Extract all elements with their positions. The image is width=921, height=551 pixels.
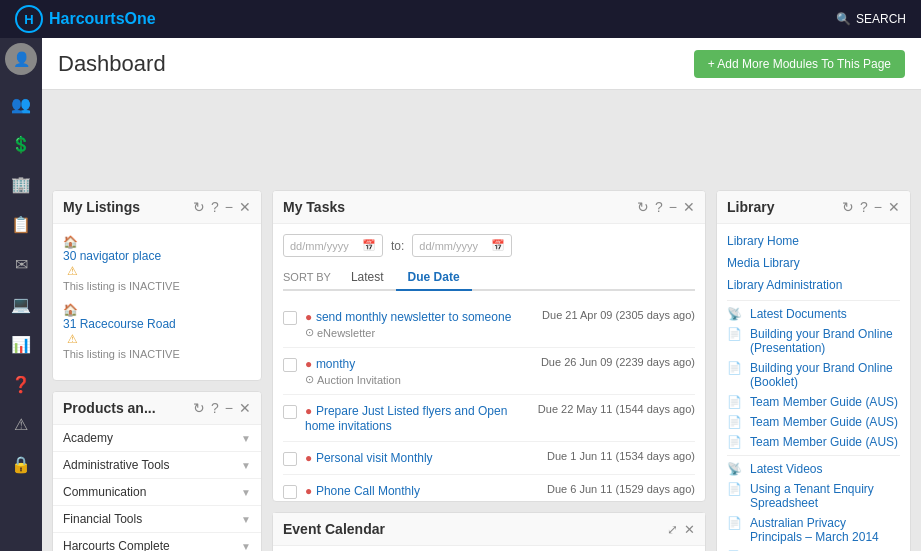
chevron-down-icon: ▼ — [241, 514, 251, 525]
library-home-link[interactable]: Library Home — [727, 234, 900, 248]
my-tasks-body: dd/mm/yyyy 📅 to: dd/mm/yyyy 📅 SORT BY La… — [273, 224, 705, 501]
add-modules-button[interactable]: + Add More Modules To This Page — [694, 50, 905, 78]
event-calendar-controls: ⤢ ✕ — [667, 522, 695, 537]
minimize-icon[interactable]: − — [669, 199, 677, 215]
close-icon[interactable]: ✕ — [683, 199, 695, 215]
chevron-down-icon: ▼ — [241, 541, 251, 552]
list-item[interactable]: 📄 Australian Privacy Principals – March … — [727, 516, 900, 544]
list-item[interactable]: 📄 Team Member Guide (AUS) — [727, 395, 900, 409]
task-content-4: ● Personal visit Monthly — [305, 450, 539, 465]
minimize-icon[interactable]: − — [225, 400, 233, 416]
search-button[interactable]: 🔍 SEARCH — [836, 12, 906, 26]
task-checkbox-5[interactable] — [283, 485, 297, 499]
task-content-2: ● monthy ⊙ Auction Invitation — [305, 356, 533, 386]
list-item[interactable]: 📄 Team Member Guide (AUS) — [727, 435, 900, 449]
list-item[interactable]: 📄 Building your Brand Online (Booklet) — [727, 361, 900, 389]
task-due-4: Due 1 Jun 11 (1534 days ago) — [547, 450, 695, 462]
task-sub-1: ⊙ eNewsletter — [305, 326, 534, 339]
my-listings-body: 🏠 30 navigator place ⚠ This listing is I… — [53, 224, 261, 380]
my-listings-controls: ↻ ? − ✕ — [193, 199, 251, 215]
minimize-icon[interactable]: − — [225, 199, 233, 215]
help-icon[interactable]: ? — [211, 199, 219, 215]
sidebar-icon-list[interactable]: 📋 — [3, 206, 39, 242]
sidebar-icon-monitor[interactable]: 💻 — [3, 286, 39, 322]
list-item[interactable]: 📡 Latest Videos — [727, 462, 900, 476]
list-item[interactable]: Financial Tools ▼ — [53, 506, 261, 533]
task-checkbox-4[interactable] — [283, 452, 297, 466]
help-icon[interactable]: ? — [860, 199, 868, 215]
sort-by-label: SORT BY — [283, 271, 331, 283]
my-listings-header: My Listings ↻ ? − ✕ — [53, 191, 261, 224]
sidebar-icon-building[interactable]: 🏢 — [3, 166, 39, 202]
task-due-5: Due 6 Jun 11 (1529 days ago) — [547, 483, 695, 495]
library-panel: Library ↻ ? − ✕ Library Home Media Libra… — [716, 190, 911, 551]
help-icon[interactable]: ? — [211, 400, 219, 416]
refresh-icon[interactable]: ↻ — [842, 199, 854, 215]
task-checkbox-2[interactable] — [283, 358, 297, 372]
list-item[interactable]: Harcourts Complete ▼ — [53, 533, 261, 551]
listing-link-2[interactable]: 31 Racecourse Road — [63, 317, 251, 331]
document-icon: 📄 — [727, 482, 742, 496]
sidebar-icon-mail[interactable]: ✉ — [3, 246, 39, 282]
task-due-2: Due 26 Jun 09 (2239 days ago) — [541, 356, 695, 368]
library-admin-link[interactable]: Library Administration — [727, 278, 900, 292]
products-controls: ↻ ? − ✕ — [193, 400, 251, 416]
listing-inactive-2: This listing is INACTIVE — [63, 348, 251, 360]
close-icon[interactable]: ✕ — [239, 400, 251, 416]
refresh-icon[interactable]: ↻ — [637, 199, 649, 215]
task-title-2[interactable]: monthy — [316, 357, 355, 371]
list-item[interactable]: 📄 Building your Brand Online (Presentati… — [727, 327, 900, 355]
list-item[interactable]: Communication ▼ — [53, 479, 261, 506]
my-tasks-panel: My Tasks ↻ ? − ✕ dd/mm/yyyy 📅 to: — [272, 190, 706, 502]
listing-link-1[interactable]: 30 navigator place — [63, 249, 251, 263]
list-item[interactable]: Administrative Tools ▼ — [53, 452, 261, 479]
sidebar-icon-alert[interactable]: ⚠ — [3, 406, 39, 442]
sort-tabs: SORT BY Latest Due Date — [283, 265, 695, 291]
event-calendar-title: Event Calendar — [283, 521, 385, 537]
search-icon: 🔍 — [836, 12, 851, 26]
refresh-icon[interactable]: ↻ — [193, 199, 205, 215]
products-header: Products an... ↻ ? − ✕ — [53, 392, 261, 425]
sidebar-icon-dollar[interactable]: 💲 — [3, 126, 39, 162]
list-item[interactable]: 📄 Team Member Guide (AUS) — [727, 415, 900, 429]
document-icon: 📄 — [727, 516, 742, 530]
help-icon[interactable]: ? — [655, 199, 663, 215]
close-icon[interactable]: ✕ — [888, 199, 900, 215]
task-sub-2: ⊙ Auction Invitation — [305, 373, 533, 386]
task-due-1: Due 21 Apr 09 (2305 days ago) — [542, 309, 695, 321]
expand-icon[interactable]: ⤢ — [667, 522, 678, 537]
task-title-5[interactable]: Phone Call Monthly — [316, 484, 420, 498]
table-row: ● Prepare Just Listed flyers and Open ho… — [283, 395, 695, 442]
date-from-input[interactable]: dd/mm/yyyy 📅 — [283, 234, 383, 257]
refresh-icon[interactable]: ↻ — [193, 400, 205, 416]
task-checkbox-1[interactable] — [283, 311, 297, 325]
sidebar-icon-lock[interactable]: 🔒 — [3, 446, 39, 482]
urgent-icon: ● — [305, 357, 312, 371]
products-panel: Products an... ↻ ? − ✕ Academy ▼ Adminis… — [52, 391, 262, 551]
document-icon: 📄 — [727, 415, 742, 429]
list-item[interactable]: Academy ▼ — [53, 425, 261, 452]
task-title-1[interactable]: send monthly newsletter to someone — [316, 310, 511, 324]
list-item[interactable]: 📡 Latest Documents — [727, 307, 900, 321]
minimize-icon[interactable]: − — [874, 199, 882, 215]
listing-inactive-1: This listing is INACTIVE — [63, 280, 251, 292]
sidebar-icon-chart[interactable]: 📊 — [3, 326, 39, 362]
media-library-link[interactable]: Media Library — [727, 256, 900, 270]
rss-icon: 📡 — [727, 462, 742, 476]
task-title-3[interactable]: Prepare Just Listed flyers and Open home… — [305, 404, 507, 433]
sidebar-icon-people[interactable]: 👥 — [3, 86, 39, 122]
list-item[interactable]: 📄 Using a Tenant Enquiry Spreadsheet — [727, 482, 900, 510]
date-to-input[interactable]: dd/mm/yyyy 📅 — [412, 234, 512, 257]
tasks-column: My Tasks ↻ ? − ✕ dd/mm/yyyy 📅 to: — [272, 190, 706, 551]
close-icon[interactable]: ✕ — [239, 199, 251, 215]
tab-latest[interactable]: Latest — [339, 265, 396, 291]
tab-due-date[interactable]: Due Date — [396, 265, 472, 291]
task-checkbox-3[interactable] — [283, 405, 297, 419]
close-icon[interactable]: ✕ — [684, 522, 695, 537]
warning-icon-2: ⚠ — [67, 332, 78, 346]
my-tasks-title: My Tasks — [283, 199, 345, 215]
task-title-4[interactable]: Personal visit Monthly — [316, 451, 433, 465]
chevron-down-icon: ▼ — [241, 460, 251, 471]
sidebar-icon-help[interactable]: ❓ — [3, 366, 39, 402]
urgent-icon: ● — [305, 404, 312, 418]
